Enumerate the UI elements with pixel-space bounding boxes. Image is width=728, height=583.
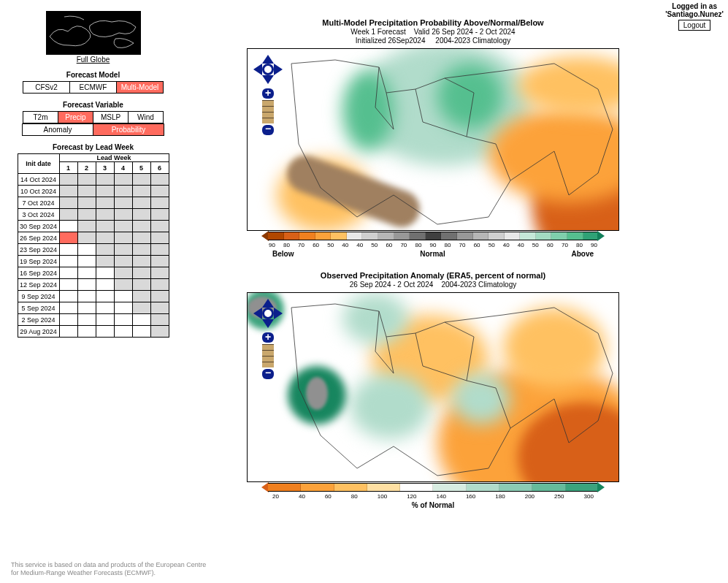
lead-cell[interactable]: [132, 174, 150, 186]
lead-cell[interactable]: [114, 291, 132, 302]
lead-cell[interactable]: [150, 197, 169, 209]
lead-cell[interactable]: [77, 326, 96, 338]
observed-map[interactable]: + −: [247, 292, 619, 482]
lead-cell[interactable]: [132, 326, 150, 338]
lead-cell[interactable]: [77, 209, 96, 221]
lead-cell[interactable]: [150, 232, 169, 244]
lead-cell[interactable]: [77, 291, 96, 302]
lead-cell[interactable]: [59, 174, 77, 186]
variable-option-t2m[interactable]: T2m: [23, 111, 58, 123]
pan-center-icon[interactable]: [262, 64, 274, 75]
lead-cell[interactable]: [150, 209, 169, 221]
pan-up-icon[interactable]: [262, 55, 274, 64]
full-globe-link[interactable]: Full Globe: [77, 56, 110, 64]
lead-cell[interactable]: [96, 267, 114, 279]
lead-cell[interactable]: [132, 209, 150, 221]
lead-cell[interactable]: [77, 279, 96, 291]
lead-cell[interactable]: [96, 302, 114, 314]
pan-up-icon[interactable]: [262, 299, 274, 308]
logout-button[interactable]: Logout: [678, 20, 711, 31]
lead-cell[interactable]: [132, 186, 150, 197]
lead-cell[interactable]: [132, 197, 150, 209]
lead-cell[interactable]: [132, 314, 150, 326]
lead-cell[interactable]: [96, 326, 114, 338]
lead-cell[interactable]: [132, 267, 150, 279]
lead-cell[interactable]: [150, 267, 169, 279]
lead-cell[interactable]: [150, 314, 169, 326]
model-option-multi-model[interactable]: Multi-Model: [116, 81, 164, 94]
pan-left-icon[interactable]: [253, 64, 262, 75]
lead-cell[interactable]: [132, 279, 150, 291]
lead-cell[interactable]: [59, 209, 77, 221]
pan-right-icon[interactable]: [274, 308, 283, 319]
lead-cell[interactable]: [77, 232, 96, 244]
pan-left-icon[interactable]: [253, 308, 262, 319]
lead-cell[interactable]: [150, 244, 169, 256]
lead-cell[interactable]: [150, 186, 169, 197]
zoom-slot[interactable]: [262, 344, 274, 350]
lead-cell[interactable]: [114, 186, 132, 197]
lead-cell[interactable]: [114, 302, 132, 314]
variable-option-precip[interactable]: Precip: [58, 111, 93, 123]
lead-cell[interactable]: [150, 326, 169, 338]
lead-cell[interactable]: [96, 197, 114, 209]
lead-cell[interactable]: [132, 256, 150, 267]
lead-cell[interactable]: [96, 291, 114, 302]
lead-cell[interactable]: [59, 279, 77, 291]
lead-cell[interactable]: [132, 221, 150, 232]
pan-right-icon[interactable]: [274, 64, 283, 75]
lead-cell[interactable]: [114, 232, 132, 244]
lead-cell[interactable]: [114, 326, 132, 338]
lead-cell[interactable]: [59, 267, 77, 279]
lead-cell[interactable]: [59, 197, 77, 209]
pan-down-icon[interactable]: [262, 319, 274, 328]
lead-cell[interactable]: [59, 186, 77, 197]
lead-cell[interactable]: [150, 302, 169, 314]
lead-cell[interactable]: [96, 174, 114, 186]
lead-cell[interactable]: [59, 232, 77, 244]
lead-cell[interactable]: [77, 221, 96, 232]
lead-cell[interactable]: [77, 244, 96, 256]
lead-cell[interactable]: [59, 302, 77, 314]
zoom-slot[interactable]: [262, 100, 274, 106]
lead-cell[interactable]: [96, 232, 114, 244]
zoom-slot[interactable]: [262, 106, 274, 112]
lead-cell[interactable]: [114, 221, 132, 232]
lead-cell[interactable]: [96, 209, 114, 221]
forecast-map[interactable]: + −: [247, 48, 619, 231]
lead-cell[interactable]: [132, 302, 150, 314]
variable-option-mslp[interactable]: MSLP: [93, 111, 129, 123]
lead-cell[interactable]: [96, 186, 114, 197]
lead-cell[interactable]: [150, 174, 169, 186]
lead-cell[interactable]: [59, 221, 77, 232]
zoom-slot[interactable]: [262, 112, 274, 118]
lead-cell[interactable]: [96, 279, 114, 291]
lead-cell[interactable]: [59, 326, 77, 338]
pan-center-icon[interactable]: [262, 308, 274, 319]
lead-cell[interactable]: [59, 314, 77, 326]
lead-cell[interactable]: [114, 314, 132, 326]
lead-cell[interactable]: [150, 221, 169, 232]
lead-cell[interactable]: [150, 279, 169, 291]
lead-cell[interactable]: [132, 232, 150, 244]
model-option-cfsv2[interactable]: CFSv2: [23, 81, 70, 94]
lead-cell[interactable]: [96, 244, 114, 256]
lead-cell[interactable]: [77, 302, 96, 314]
model-option-ecmwf[interactable]: ECMWF: [69, 81, 117, 94]
zoom-out-icon[interactable]: −: [262, 125, 274, 135]
lead-cell[interactable]: [96, 256, 114, 267]
lead-cell[interactable]: [59, 244, 77, 256]
lead-cell[interactable]: [77, 174, 96, 186]
lead-cell[interactable]: [77, 314, 96, 326]
lead-cell[interactable]: [150, 256, 169, 267]
lead-cell[interactable]: [114, 279, 132, 291]
lead-cell[interactable]: [59, 256, 77, 267]
lead-cell[interactable]: [114, 256, 132, 267]
lead-cell[interactable]: [114, 174, 132, 186]
lead-cell[interactable]: [77, 186, 96, 197]
lead-cell[interactable]: [96, 221, 114, 232]
zoom-in-icon[interactable]: +: [262, 332, 274, 343]
lead-cell[interactable]: [77, 256, 96, 267]
lead-cell[interactable]: [114, 197, 132, 209]
variable-type-anomaly[interactable]: Anomaly: [22, 123, 93, 136]
